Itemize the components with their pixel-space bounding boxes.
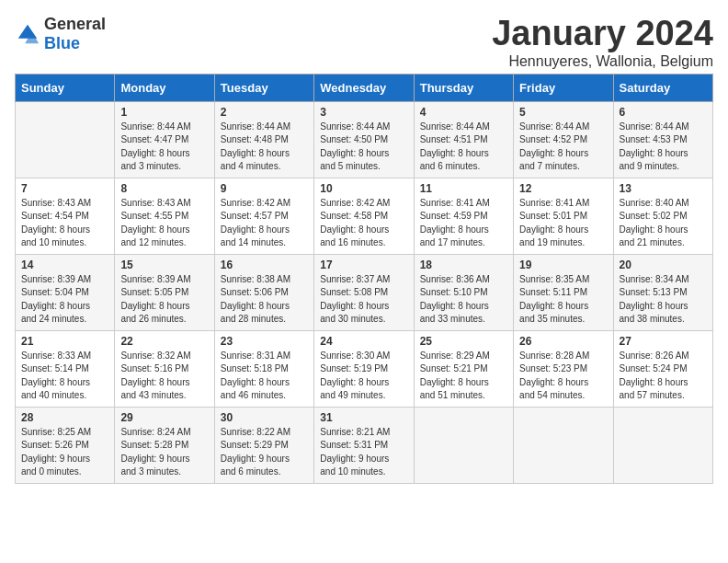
day-info: Sunrise: 8:34 AM Sunset: 5:13 PM Dayligh… (620, 273, 707, 327)
day-number: 28 (21, 411, 108, 424)
day-info: Sunrise: 8:33 AM Sunset: 5:14 PM Dayligh… (21, 350, 108, 403)
calendar-cell-w2d3: 17Sunrise: 8:37 AM Sunset: 5:08 PM Dayli… (314, 254, 414, 330)
calendar-cell-w0d1: 1Sunrise: 8:44 AM Sunset: 4:47 PM Daylig… (115, 101, 214, 178)
calendar-cell-w0d2: 2Sunrise: 8:44 AM Sunset: 4:48 PM Daylig… (214, 101, 313, 178)
day-number: 17 (320, 259, 407, 271)
day-info: Sunrise: 8:37 AM Sunset: 5:08 PM Dayligh… (320, 273, 407, 327)
day-number: 22 (120, 335, 208, 348)
title-block: January 2024 Hennuyeres, Wallonia, Belgi… (492, 15, 713, 70)
col-header-monday: Monday (115, 74, 214, 101)
day-info: Sunrise: 8:39 AM Sunset: 5:04 PM Dayligh… (21, 273, 108, 327)
day-info: Sunrise: 8:41 AM Sunset: 5:01 PM Dayligh… (519, 197, 607, 250)
day-info: Sunrise: 8:35 AM Sunset: 5:11 PM Dayligh… (519, 273, 607, 327)
day-info: Sunrise: 8:24 AM Sunset: 5:28 PM Dayligh… (120, 426, 208, 479)
calendar-cell-w2d5: 19Sunrise: 8:35 AM Sunset: 5:11 PM Dayli… (514, 254, 613, 330)
calendar-cell-w1d0: 7Sunrise: 8:43 AM Sunset: 4:54 PM Daylig… (16, 178, 115, 254)
day-number: 24 (320, 335, 407, 348)
calendar-cell-w1d5: 12Sunrise: 8:41 AM Sunset: 5:01 PM Dayli… (514, 178, 613, 254)
day-info: Sunrise: 8:40 AM Sunset: 5:02 PM Dayligh… (620, 197, 707, 250)
day-info: Sunrise: 8:44 AM Sunset: 4:48 PM Dayligh… (221, 121, 308, 174)
calendar-table: SundayMondayTuesdayWednesdayThursdayFrid… (15, 74, 713, 484)
logo: General Blue (15, 15, 106, 53)
day-number: 30 (221, 411, 308, 424)
day-info: Sunrise: 8:42 AM Sunset: 4:58 PM Dayligh… (320, 197, 407, 250)
calendar-cell-w4d5 (514, 407, 613, 483)
calendar-cell-w0d3: 3Sunrise: 8:44 AM Sunset: 4:50 PM Daylig… (314, 101, 414, 178)
day-info: Sunrise: 8:41 AM Sunset: 4:59 PM Dayligh… (420, 197, 507, 250)
calendar-cell-w1d4: 11Sunrise: 8:41 AM Sunset: 4:59 PM Dayli… (414, 178, 513, 254)
col-header-friday: Friday (514, 74, 613, 101)
calendar-cell-w3d6: 27Sunrise: 8:26 AM Sunset: 5:24 PM Dayli… (613, 330, 712, 407)
day-info: Sunrise: 8:26 AM Sunset: 5:24 PM Dayligh… (620, 350, 707, 403)
day-info: Sunrise: 8:39 AM Sunset: 5:05 PM Dayligh… (120, 273, 208, 327)
calendar-cell-w3d3: 24Sunrise: 8:30 AM Sunset: 5:19 PM Dayli… (314, 330, 414, 407)
day-number: 18 (420, 259, 507, 271)
day-info: Sunrise: 8:44 AM Sunset: 4:52 PM Dayligh… (519, 121, 607, 174)
calendar-cell-w0d0 (16, 101, 115, 178)
day-number: 2 (221, 106, 308, 119)
calendar-cell-w3d5: 26Sunrise: 8:28 AM Sunset: 5:23 PM Dayli… (514, 330, 613, 407)
col-header-thursday: Thursday (414, 74, 513, 101)
day-info: Sunrise: 8:30 AM Sunset: 5:19 PM Dayligh… (320, 350, 407, 403)
calendar-cell-w3d1: 22Sunrise: 8:32 AM Sunset: 5:16 PM Dayli… (115, 330, 214, 407)
calendar-cell-w0d6: 6Sunrise: 8:44 AM Sunset: 4:53 PM Daylig… (613, 101, 712, 178)
day-number: 1 (120, 106, 208, 119)
day-info: Sunrise: 8:43 AM Sunset: 4:54 PM Dayligh… (21, 197, 108, 250)
calendar-cell-w3d4: 25Sunrise: 8:29 AM Sunset: 5:21 PM Dayli… (414, 330, 513, 407)
day-number: 21 (21, 335, 108, 348)
calendar-cell-w4d6 (613, 407, 712, 483)
day-number: 9 (221, 182, 308, 195)
day-info: Sunrise: 8:21 AM Sunset: 5:31 PM Dayligh… (320, 426, 407, 479)
day-info: Sunrise: 8:38 AM Sunset: 5:06 PM Dayligh… (221, 273, 308, 327)
day-number: 10 (320, 182, 407, 195)
calendar-cell-w2d1: 15Sunrise: 8:39 AM Sunset: 5:05 PM Dayli… (115, 254, 214, 330)
calendar-cell-w1d1: 8Sunrise: 8:43 AM Sunset: 4:55 PM Daylig… (115, 178, 214, 254)
calendar-cell-w2d6: 20Sunrise: 8:34 AM Sunset: 5:13 PM Dayli… (613, 254, 712, 330)
day-number: 4 (420, 106, 507, 119)
day-number: 13 (620, 182, 707, 195)
calendar-cell-w4d2: 30Sunrise: 8:22 AM Sunset: 5:29 PM Dayli… (214, 407, 313, 483)
day-number: 29 (120, 411, 208, 424)
day-number: 12 (519, 182, 607, 195)
calendar-cell-w2d2: 16Sunrise: 8:38 AM Sunset: 5:06 PM Dayli… (214, 254, 313, 330)
month-title: January 2024 (492, 15, 713, 53)
calendar-cell-w2d4: 18Sunrise: 8:36 AM Sunset: 5:10 PM Dayli… (414, 254, 513, 330)
day-info: Sunrise: 8:28 AM Sunset: 5:23 PM Dayligh… (519, 350, 607, 403)
day-number: 8 (120, 182, 208, 195)
day-number: 27 (620, 335, 707, 348)
calendar-cell-w0d5: 5Sunrise: 8:44 AM Sunset: 4:52 PM Daylig… (514, 101, 613, 178)
day-number: 15 (120, 259, 208, 271)
col-header-wednesday: Wednesday (314, 74, 414, 101)
day-info: Sunrise: 8:31 AM Sunset: 5:18 PM Dayligh… (221, 350, 308, 403)
calendar-cell-w4d3: 31Sunrise: 8:21 AM Sunset: 5:31 PM Dayli… (314, 407, 414, 483)
day-info: Sunrise: 8:22 AM Sunset: 5:29 PM Dayligh… (221, 426, 308, 479)
day-number: 6 (620, 106, 707, 119)
calendar-cell-w1d6: 13Sunrise: 8:40 AM Sunset: 5:02 PM Dayli… (613, 178, 712, 254)
day-info: Sunrise: 8:25 AM Sunset: 5:26 PM Dayligh… (21, 426, 108, 479)
day-info: Sunrise: 8:36 AM Sunset: 5:10 PM Dayligh… (420, 273, 507, 327)
col-header-saturday: Saturday (613, 74, 712, 101)
day-number: 5 (519, 106, 607, 119)
calendar-cell-w2d0: 14Sunrise: 8:39 AM Sunset: 5:04 PM Dayli… (16, 254, 115, 330)
calendar-cell-w1d2: 9Sunrise: 8:42 AM Sunset: 4:57 PM Daylig… (214, 178, 313, 254)
day-info: Sunrise: 8:43 AM Sunset: 4:55 PM Dayligh… (120, 197, 208, 250)
day-number: 25 (420, 335, 507, 348)
day-info: Sunrise: 8:44 AM Sunset: 4:51 PM Dayligh… (420, 121, 507, 174)
day-info: Sunrise: 8:32 AM Sunset: 5:16 PM Dayligh… (120, 350, 208, 403)
day-number: 3 (320, 106, 407, 119)
calendar-cell-w4d1: 29Sunrise: 8:24 AM Sunset: 5:28 PM Dayli… (115, 407, 214, 483)
day-info: Sunrise: 8:44 AM Sunset: 4:50 PM Dayligh… (320, 121, 407, 174)
day-number: 16 (221, 259, 308, 271)
day-number: 31 (320, 411, 407, 424)
logo-general: General (44, 15, 106, 33)
calendar-cell-w4d0: 28Sunrise: 8:25 AM Sunset: 5:26 PM Dayli… (16, 407, 115, 483)
logo-blue: Blue (44, 34, 80, 52)
calendar-cell-w3d0: 21Sunrise: 8:33 AM Sunset: 5:14 PM Dayli… (16, 330, 115, 407)
calendar-cell-w3d2: 23Sunrise: 8:31 AM Sunset: 5:18 PM Dayli… (214, 330, 313, 407)
calendar-cell-w0d4: 4Sunrise: 8:44 AM Sunset: 4:51 PM Daylig… (414, 101, 513, 178)
day-number: 20 (620, 259, 707, 271)
day-info: Sunrise: 8:44 AM Sunset: 4:53 PM Dayligh… (620, 121, 707, 174)
day-number: 14 (21, 259, 108, 271)
day-number: 23 (221, 335, 308, 348)
logo-icon (15, 21, 40, 47)
